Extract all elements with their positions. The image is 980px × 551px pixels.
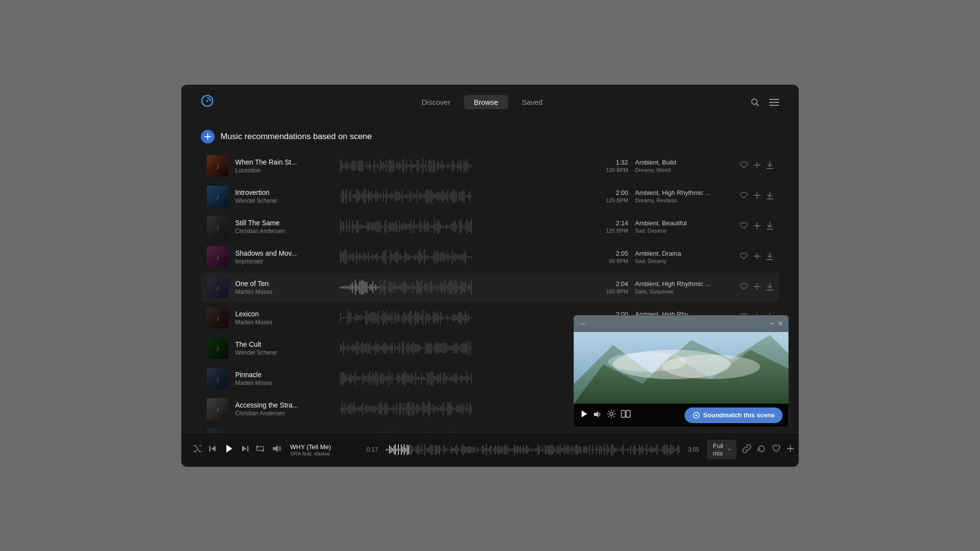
track-add-button[interactable] (754, 162, 760, 170)
repeat-button[interactable] (256, 445, 265, 455)
video-popup: ← − × (573, 315, 789, 428)
svg-point-91 (610, 412, 613, 415)
track-row[interactable]: ♪ When The Rain St... Lucention 1:32 130… (201, 151, 779, 181)
track-tags: Ambient, Build Dreamy, Weird (635, 159, 733, 173)
track-duration: 2:00 120 BPM (589, 189, 628, 203)
svg-marker-90 (594, 411, 598, 417)
svg-rect-93 (626, 410, 630, 417)
svg-text:♪: ♪ (216, 344, 220, 353)
menu-button[interactable] (769, 99, 779, 106)
track-add-button[interactable] (754, 222, 760, 231)
track-name: One of Ten (235, 280, 333, 287)
svg-marker-69 (211, 446, 216, 452)
track-info: One of Ten Marten Moses (235, 280, 333, 295)
track-thumbnail: ♪ (207, 186, 228, 207)
track-thumbnail: ♪ (207, 216, 228, 238)
player-track-info: WHY (Tell Me) SRA feat. dasloe (290, 443, 359, 456)
prev-button[interactable] (209, 445, 217, 455)
player-track-name: WHY (Tell Me) (290, 443, 359, 451)
track-info: When The Rain St... Lucention (235, 158, 333, 174)
track-download-button[interactable] (766, 283, 773, 292)
svg-text:♪: ♪ (216, 223, 220, 231)
player-timeline[interactable]: 0:17 3:05 (367, 443, 699, 456)
video-close-button[interactable]: × (778, 319, 783, 328)
track-like-button[interactable] (740, 222, 748, 231)
add-button[interactable] (786, 445, 794, 455)
shuffle-button[interactable] (193, 445, 202, 454)
track-add-button[interactable] (754, 192, 760, 200)
track-add-button[interactable] (754, 283, 760, 291)
refresh-button[interactable] (757, 444, 766, 455)
track-waveform (340, 309, 582, 327)
video-play-button[interactable] (580, 409, 588, 421)
track-download-button[interactable] (766, 192, 773, 201)
track-info: Introvertion Wendel Scherer (235, 189, 333, 204)
track-like-button[interactable] (740, 192, 748, 200)
video-settings-button[interactable] (607, 409, 616, 421)
track-info: Shadows and Mov... Imprismed (235, 249, 333, 265)
track-duration: 1:32 130 BPM (589, 159, 628, 173)
heart-button[interactable] (772, 445, 781, 455)
svg-rect-70 (209, 446, 211, 452)
svg-point-88 (662, 355, 760, 379)
player-track-artist: SRA feat. dasloe (290, 451, 359, 456)
nav-discover[interactable]: Discover (412, 95, 460, 109)
track-name: Still The Same (235, 219, 333, 227)
link-button[interactable] (742, 444, 751, 455)
svg-marker-72 (242, 446, 246, 452)
total-time: 3:05 (685, 446, 699, 453)
track-thumbnail: ♪ (207, 368, 228, 389)
section-title: Music recommendations based on scene (220, 132, 372, 142)
track-waveform (340, 218, 582, 236)
track-duration: 2:05 80 BPM (589, 250, 628, 264)
track-tags: Ambient, High Rhythmic ... Dreamy, Restl… (635, 189, 733, 203)
volume-button[interactable] (272, 445, 282, 455)
nav-saved[interactable]: Saved (512, 95, 553, 109)
svg-text:♪: ♪ (216, 192, 220, 201)
track-waveform (340, 400, 582, 418)
track-artist: Wendel Scherer (235, 349, 333, 356)
track-like-button[interactable] (740, 162, 748, 170)
track-waveform (340, 188, 582, 205)
video-layout-button[interactable] (621, 410, 631, 420)
track-name: Shadows and Mov... (235, 249, 333, 257)
track-download-button[interactable] (766, 222, 773, 231)
video-back-button[interactable]: ← (580, 319, 588, 328)
video-minimize-button[interactable]: − (769, 319, 774, 328)
track-artist: Imprismed (235, 258, 333, 265)
track-artist: Marten Moses (235, 380, 333, 386)
track-waveform (340, 431, 582, 432)
track-add-button[interactable] (754, 253, 760, 261)
svg-text:♪: ♪ (216, 284, 220, 292)
section-header: Music recommendations based on scene (201, 120, 779, 151)
track-like-button[interactable] (740, 283, 748, 291)
track-row[interactable]: ♪ Shadows and Mov... Imprismed 2:05 80 B… (201, 242, 779, 272)
search-button[interactable] (751, 98, 760, 107)
track-actions (740, 222, 773, 231)
track-like-button[interactable] (740, 253, 748, 261)
track-download-button[interactable] (766, 252, 773, 262)
track-row[interactable]: ♪ Introvertion Wendel Scherer 2:00 120 B… (201, 182, 779, 211)
soundmatch-button[interactable]: Soundmatch this scene (685, 407, 783, 423)
track-actions (740, 252, 773, 262)
track-row[interactable]: ♪ Still The Same Christian Andersen 2:14… (201, 212, 779, 241)
track-row[interactable]: ♪ One of Ten Marten Moses 2:04 100 BPM A… (201, 273, 779, 302)
video-volume-button[interactable] (593, 411, 602, 419)
track-download-button[interactable] (766, 161, 773, 170)
bottom-player: WHY (Tell Me) SRA feat. dasloe 0:17 3:05… (181, 432, 799, 467)
track-duration: 2:04 100 BPM (589, 280, 628, 294)
svg-rect-63 (207, 429, 228, 432)
track-waveform (340, 248, 582, 266)
track-tags: Ambient, High Rhythmic ... Dark, Suspens… (635, 280, 733, 294)
track-waveform (340, 339, 582, 357)
track-thumbnail: ♪ (207, 398, 228, 420)
svg-text:♪: ♪ (216, 314, 220, 322)
app-window: Discover Browse Saved (181, 85, 799, 467)
next-button[interactable] (241, 445, 249, 455)
mix-selector[interactable]: Full mix (707, 440, 736, 459)
header-icons (751, 98, 779, 107)
play-button[interactable] (223, 443, 234, 456)
nav-browse[interactable]: Browse (464, 95, 508, 109)
track-info: Accessing the Stra... Christian Andersen (235, 401, 333, 417)
player-controls (193, 443, 265, 456)
